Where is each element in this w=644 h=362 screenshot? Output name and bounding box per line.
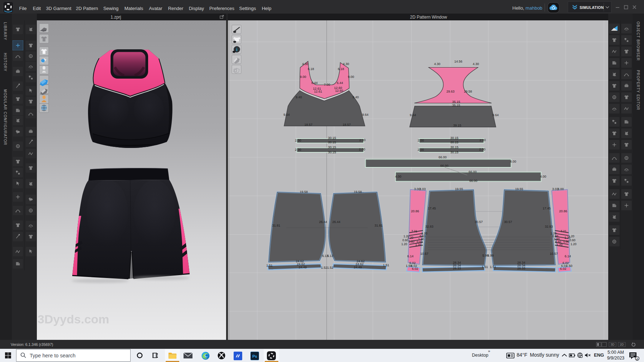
svg-text:2.00: 2.00 [359, 148, 365, 151]
svg-text:26.44: 26.44 [332, 220, 341, 224]
svg-text:30.15: 30.15 [450, 145, 459, 149]
svg-text:28.33: 28.33 [453, 267, 461, 270]
svg-text:2.00: 2.00 [295, 139, 301, 142]
svg-text:35.15: 35.15 [452, 100, 460, 104]
svg-text:9.64: 9.64 [492, 113, 499, 117]
svg-text:66.00: 66.00 [440, 164, 449, 168]
svg-text:5.13: 5.13 [327, 254, 333, 258]
svg-text:32.83: 32.83 [545, 225, 553, 228]
svg-text:2.00: 2.00 [479, 148, 486, 151]
svg-text:9.64: 9.64 [362, 113, 369, 116]
svg-text:1.20: 1.20 [557, 243, 563, 247]
svg-text:6.14: 6.14 [565, 254, 571, 258]
svg-text:1.51: 1.51 [490, 265, 496, 269]
svg-text:66.00: 66.00 [439, 155, 447, 159]
svg-text:29.63: 29.63 [447, 90, 455, 93]
svg-text:1.51: 1.51 [383, 263, 389, 267]
svg-text:1.20: 1.20 [401, 242, 408, 246]
svg-text:17.45: 17.45 [543, 207, 551, 210]
svg-text:2D: 2D [620, 343, 624, 346]
svg-text:24.49: 24.49 [299, 266, 307, 269]
svg-text:6.02: 6.02 [560, 267, 566, 271]
svg-text:7.21: 7.21 [561, 229, 567, 233]
svg-text:10.57: 10.57 [550, 252, 558, 256]
svg-text:19.55: 19.55 [515, 187, 523, 191]
svg-text:30.15: 30.15 [450, 140, 459, 144]
svg-text:6.44: 6.44 [311, 81, 318, 85]
svg-text:2.00: 2.00 [479, 138, 486, 142]
svg-text:20.86: 20.86 [559, 209, 567, 213]
svg-text:3.00: 3.00 [557, 187, 564, 191]
svg-text:39.15: 39.15 [453, 124, 462, 127]
svg-text:66.00: 66.00 [469, 170, 477, 174]
svg-text:Ps: Ps [252, 354, 257, 358]
svg-text:30.15: 30.15 [328, 145, 336, 149]
svg-text:2: 2 [636, 357, 638, 361]
svg-text:1.51: 1.51 [266, 264, 273, 267]
svg-text:31.81: 31.81 [375, 224, 383, 227]
svg-text:2.00: 2.00 [359, 138, 366, 142]
svg-text:1.52: 1.52 [321, 266, 327, 269]
svg-text:26.44: 26.44 [319, 220, 327, 224]
svg-text:9.40: 9.40 [296, 95, 302, 99]
svg-text:66.00: 66.00 [469, 179, 478, 183]
svg-text:9.40: 9.40 [352, 95, 359, 99]
svg-text:6.44: 6.44 [337, 81, 343, 85]
svg-text:2.00: 2.00 [418, 139, 424, 142]
svg-text:4.30: 4.30 [434, 62, 440, 66]
svg-text:30.57: 30.57 [475, 220, 483, 224]
svg-text:5.99: 5.99 [487, 254, 494, 257]
svg-text:6.18: 6.18 [338, 67, 344, 71]
svg-text:24.49: 24.49 [354, 266, 362, 269]
svg-text:0.60: 0.60 [570, 238, 576, 242]
svg-text:17.45: 17.45 [428, 207, 436, 210]
svg-text:0.60: 0.60 [564, 240, 570, 243]
svg-text:30.15: 30.15 [328, 136, 336, 140]
svg-text:4.30: 4.30 [302, 62, 308, 66]
svg-text:1.51: 1.51 [482, 265, 488, 269]
svg-text:35.15: 35.15 [452, 104, 460, 107]
svg-text:30.57: 30.57 [504, 220, 512, 224]
svg-text:4.30: 4.30 [473, 62, 479, 66]
svg-text:4.00: 4.00 [540, 175, 546, 178]
svg-text:3D: 3D [611, 343, 615, 346]
svg-text:6.02: 6.02 [412, 267, 418, 271]
svg-text:30.15: 30.15 [328, 150, 336, 154]
svg-text:4.00: 4.00 [510, 160, 516, 163]
svg-text:12.60: 12.60 [335, 89, 343, 93]
svg-text:9.00: 9.00 [348, 75, 354, 79]
svg-text:20.86: 20.86 [411, 209, 419, 213]
svg-text:6.14: 6.14 [407, 254, 414, 258]
svg-text:29.58: 29.58 [464, 90, 472, 93]
svg-text:4.00: 4.00 [395, 175, 401, 178]
svg-text:1.20: 1.20 [404, 234, 410, 238]
svg-text:3.03: 3.03 [419, 187, 426, 191]
svg-text:32.83: 32.83 [425, 225, 434, 228]
svg-text:28.33: 28.33 [517, 267, 526, 270]
svg-text:14.56: 14.56 [454, 60, 463, 63]
svg-text:1.20: 1.20 [571, 242, 577, 246]
svg-text:12.61: 12.61 [314, 90, 322, 93]
svg-text:0.60: 0.60 [402, 238, 409, 242]
svg-text:19.58: 19.58 [300, 190, 308, 194]
svg-text:7.00: 7.00 [324, 83, 330, 86]
svg-text:19.58: 19.58 [354, 190, 362, 194]
svg-text:7.21: 7.21 [411, 229, 418, 233]
svg-text:31.81: 31.81 [272, 224, 280, 227]
svg-text:18.57: 18.57 [304, 123, 313, 127]
svg-text:0.60: 0.60 [409, 240, 415, 243]
svg-text:19.55: 19.55 [455, 187, 463, 191]
svg-text:9.00: 9.00 [300, 75, 306, 79]
svg-text:4.30: 4.30 [343, 62, 349, 66]
svg-text:30.15: 30.15 [328, 140, 336, 144]
svg-text:1.20: 1.20 [415, 243, 421, 247]
svg-text:30.15: 30.15 [450, 136, 459, 140]
svg-text:10.57: 10.57 [420, 252, 429, 256]
svg-text:18.57: 18.57 [343, 123, 351, 127]
svg-text:30.15: 30.15 [450, 150, 459, 154]
svg-text:9.64: 9.64 [283, 113, 290, 116]
svg-text:1.20: 1.20 [569, 234, 575, 238]
svg-text:9.64: 9.64 [410, 113, 416, 117]
svg-text:2.00: 2.00 [418, 148, 424, 152]
svg-text:1.52: 1.52 [327, 266, 333, 269]
